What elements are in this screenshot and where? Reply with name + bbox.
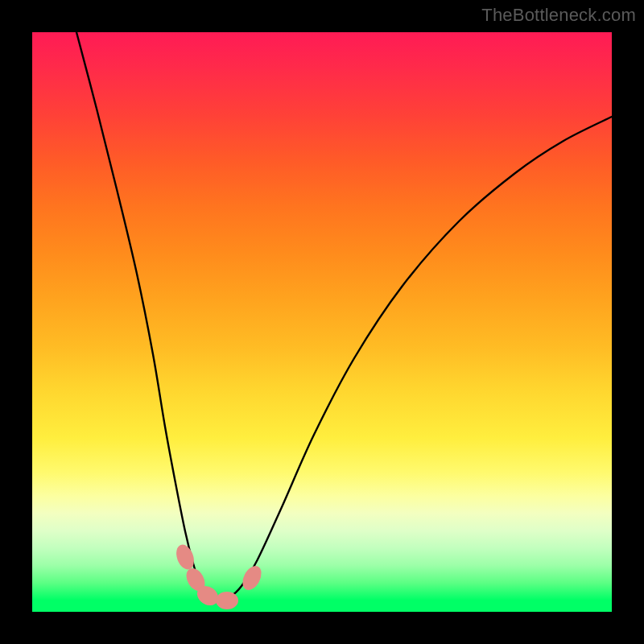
left-curve	[76, 32, 217, 601]
marker-bead	[216, 592, 238, 609]
attribution-text: TheBottleneck.com	[481, 5, 636, 26]
right-curve	[217, 117, 612, 601]
chart-svg	[32, 32, 612, 612]
plot-area	[32, 32, 612, 612]
marker-group	[173, 543, 265, 609]
marker-bead	[239, 563, 266, 593]
